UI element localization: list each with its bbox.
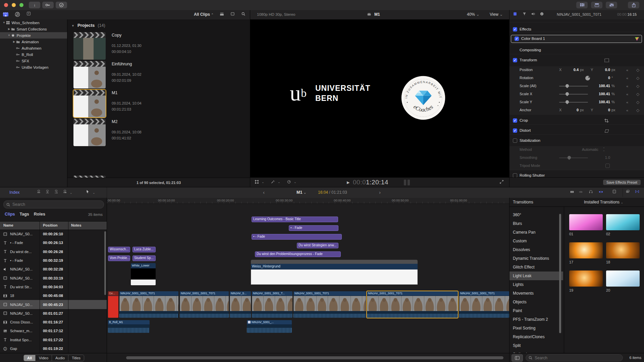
checkbox[interactable]: ✓ (513, 27, 517, 32)
project-item-einführung[interactable]: Einführung09.01.2024, 10:0200:02:01:09 (72, 61, 245, 89)
reset-icon[interactable]: « (626, 108, 628, 112)
index-tab-clips[interactable]: Clips (5, 212, 15, 217)
inspector-row-method[interactable]: MethodAutomatic⌃⌄ (509, 146, 644, 154)
transition-category[interactable]: Movements (509, 289, 563, 298)
transition-category[interactable]: Glitch Effect (509, 263, 563, 272)
video-clip[interactable]: NINJAV_S001_S001_T... (252, 291, 292, 318)
title-clip[interactable]: Student Sp... (132, 255, 156, 261)
transform-tool-icon[interactable] (255, 180, 259, 184)
keyframe-diamond-icon[interactable]: ◇ (636, 84, 639, 88)
inspector-row-scale-all-[interactable]: Scale (All)100.41%«◇ (509, 82, 644, 90)
sidebar-toggle-icon[interactable] (512, 354, 523, 362)
search-icon[interactable] (241, 12, 245, 16)
timeline-project-dropdown[interactable]: M1 ⌄ (297, 190, 306, 195)
slider-thumb[interactable] (566, 100, 569, 104)
checkbox[interactable] (513, 173, 517, 177)
keyframe-diamond-icon[interactable]: ◇ (636, 92, 639, 97)
inspector-row-anchor[interactable]: AnchorX0pxY0px«◇ (509, 107, 644, 115)
transition-thumbnail[interactable] (569, 214, 603, 230)
chevron-down-icon[interactable]: ⌄ (294, 180, 297, 184)
disclosure-down-icon[interactable]: ▼ (7, 34, 11, 37)
sidebar-item-unibe-vorlagen[interactable]: UniBe Vorlagen (0, 64, 67, 70)
video-clip[interactable]: NINJAV_S001_S001_T071 (293, 291, 366, 318)
clip-filter-dropdown[interactable]: All Clips ⌃ (194, 12, 214, 17)
index-row[interactable]: NINJAV_S0...00:01:01:27 (0, 309, 107, 318)
index-search-input[interactable] (12, 202, 101, 207)
timeline-ruler[interactable]: 00:00:0000:00:10:0000:00:20:0000:00:30:0… (107, 198, 509, 204)
updown-chevron-icon[interactable]: ⌃⌄ (603, 148, 605, 151)
viewer-zoom-dropdown[interactable]: 40% ⌄ (467, 12, 479, 17)
snapping-icon[interactable] (599, 190, 603, 194)
slider-thumb[interactable] (566, 92, 569, 96)
index-filter-video[interactable]: Video (36, 355, 52, 361)
checkbox[interactable] (605, 164, 610, 168)
connect-edit-icon[interactable] (37, 190, 41, 193)
index-filter-audio[interactable]: Audio (52, 355, 68, 361)
transition-thumbnail[interactable] (569, 242, 603, 258)
keyframe-diamond-icon[interactable]: ◇ (636, 108, 639, 113)
index-row[interactable]: Institut Spo...00:01:17:22 (0, 336, 107, 344)
index-row[interactable]: Cross Disso...00:01:16:27 (0, 318, 107, 326)
transition-category[interactable]: Dynamic Transitions (509, 254, 563, 263)
inspector-color-tab-icon[interactable] (523, 12, 526, 16)
arrow-tool-icon[interactable] (86, 190, 90, 193)
white-lower-clip[interactable]: White_Lower (131, 263, 156, 285)
timeline-horizontal-scrollbar[interactable] (126, 356, 503, 359)
sidebar-item-aufnahmen[interactable]: Aufnahmen (0, 45, 67, 51)
storyline-bar[interactable] (251, 260, 418, 264)
index-row[interactable]: NINJAV_S0...00:00:33:19 (0, 274, 107, 283)
transform-icon[interactable] (604, 58, 609, 63)
transition-category[interactable]: Split (509, 341, 563, 350)
transitions-browser-icon[interactable] (635, 190, 639, 193)
sidebar-item-sfx[interactable]: SFX (0, 58, 67, 64)
project-item-m1[interactable]: M109.01.2024, 10:0400:01:21:03 (72, 90, 245, 118)
transition-category[interactable]: Pixel Sorting (509, 324, 563, 333)
transition-thumbnail[interactable] (606, 270, 640, 287)
inspector-row-rolling-shutter[interactable]: Rolling Shutter (509, 172, 644, 177)
index-row[interactable]: NINJAV_S0...00:00:45:23 (0, 300, 107, 309)
save-effects-preset-button[interactable]: Save Effects Preset (603, 180, 641, 185)
distort-icon[interactable] (604, 129, 609, 134)
index-row[interactable]: • - Fade00:00:32:19 (0, 256, 107, 265)
insert-edit-icon[interactable] (46, 190, 49, 193)
panels-icon[interactable] (591, 2, 602, 8)
transition-thumbnail[interactable] (606, 214, 640, 230)
checkbox[interactable] (513, 138, 517, 143)
transition-thumbnail[interactable] (606, 242, 640, 258)
checkbox[interactable]: ✓ (515, 37, 519, 41)
sidebar-item-animation[interactable]: ▶Animation (0, 39, 67, 45)
media-sidebar-tab-clips[interactable] (3, 11, 9, 17)
crop-icon[interactable] (604, 119, 609, 124)
connected-clip[interactable]: B_Roll_M1 (108, 320, 150, 333)
transition-category[interactable]: Stylized (509, 350, 563, 353)
inspector-row-effects[interactable]: ✓Effects (509, 26, 644, 34)
project-item-m2[interactable]: M209.01.2024, 10:0800:01:41:02 (72, 119, 245, 147)
reset-icon[interactable]: « (626, 92, 628, 96)
play-icon[interactable]: ▶ (347, 180, 350, 185)
zoom-window-button[interactable] (19, 3, 23, 7)
transitions-search-input[interactable] (534, 355, 620, 361)
sidebar-item-wiss-schreiben[interactable]: ▼Wiss_Schreiben (0, 19, 67, 26)
disclosure-down-icon[interactable]: ▼ (2, 21, 6, 24)
chevron-down-icon[interactable]: ⌄ (278, 180, 280, 184)
audio-meter-left[interactable] (404, 180, 406, 185)
disclosure-right-icon[interactable]: ▶ (12, 40, 16, 43)
index-row[interactable]: 1800:00:45:08 (0, 291, 107, 300)
storyline-container[interactable]: Weiss_Hintergrund (251, 260, 418, 284)
inspector-row-transform[interactable]: ✓Transform (509, 57, 644, 65)
check-circle-icon[interactable] (56, 2, 67, 8)
transition-thumbnail[interactable] (569, 270, 603, 287)
index-row[interactable]: Du wirst de...00:00:26:28 (0, 247, 107, 256)
clip-appearance-icon[interactable] (612, 190, 616, 193)
audio-skimming-icon[interactable] (579, 190, 583, 194)
installed-transitions-dropdown[interactable]: Installed Transitions ⌄ (584, 200, 623, 204)
sliders-icon[interactable] (606, 2, 617, 8)
keyframe-diamond-icon[interactable]: ◇ (636, 100, 639, 105)
video-clip[interactable]: NINJAV_S001_S001_T071 (119, 291, 178, 318)
chevron-down-icon[interactable]: ⌄ (262, 180, 264, 184)
reset-icon[interactable]: « (626, 68, 628, 72)
chevron-down-icon[interactable]: ⌄ (93, 191, 95, 194)
next-project-icon[interactable]: › (379, 189, 381, 195)
sidebar-item-b-roll[interactable]: B_Roll (0, 51, 67, 58)
download-icon[interactable]: ↓ (29, 2, 40, 8)
